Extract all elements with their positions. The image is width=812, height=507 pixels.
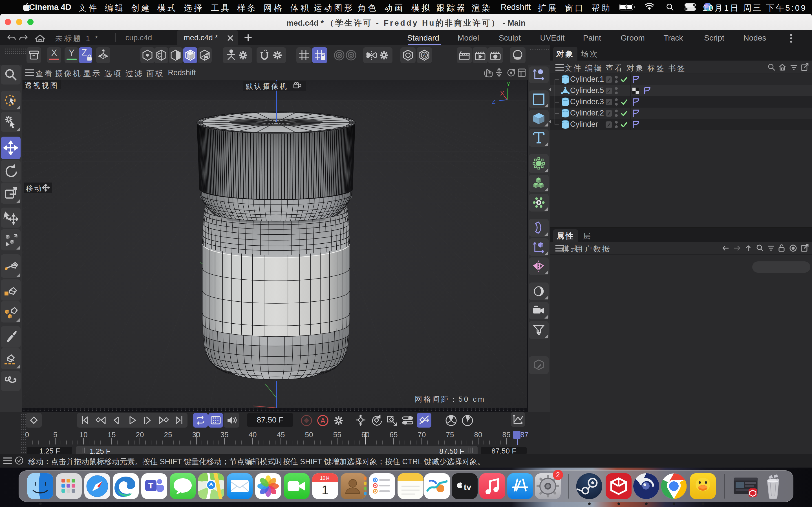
svg-text:70: 70 (418, 431, 426, 439)
svg-text:A: A (320, 416, 325, 425)
svg-text:55: 55 (333, 431, 342, 439)
svg-text:20: 20 (136, 431, 144, 439)
svg-text:tv: tv (464, 483, 471, 492)
svg-text:5: 5 (53, 431, 57, 439)
svg-text:45: 45 (277, 431, 285, 439)
svg-text:Y: Y (506, 80, 511, 88)
svg-text:80: 80 (474, 431, 483, 439)
svg-text:65: 65 (390, 431, 398, 439)
svg-text:Z: Z (492, 98, 495, 105)
svg-text:35: 35 (220, 431, 229, 439)
svg-text:A: A (423, 53, 426, 58)
svg-text:10: 10 (80, 431, 88, 439)
svg-text:75: 75 (446, 431, 454, 439)
svg-text:T: T (148, 481, 153, 490)
svg-text:40: 40 (249, 431, 257, 439)
svg-text:X: X (500, 90, 504, 97)
svg-text:1: 1 (322, 483, 328, 497)
svg-text:10月: 10月 (320, 475, 330, 481)
svg-text:25: 25 (164, 431, 172, 439)
svg-text:85: 85 (502, 431, 511, 439)
svg-text:87: 87 (520, 431, 529, 439)
svg-text:15: 15 (108, 431, 116, 439)
svg-text:50: 50 (305, 431, 313, 439)
